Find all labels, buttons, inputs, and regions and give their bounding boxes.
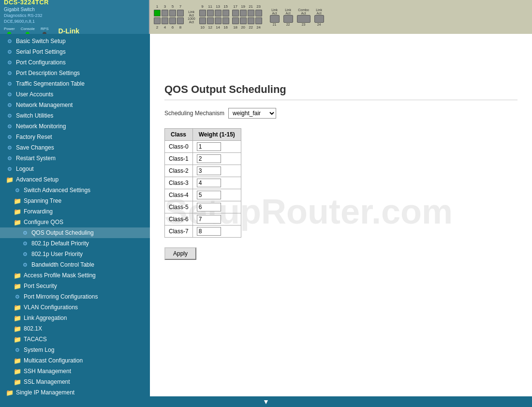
weight-input-3[interactable] [197,179,221,187]
sidebar-item-configure-qos[interactable]: 📁Configure QOS [0,217,150,227]
sidebar-item-port-configurations[interactable]: ⚙Port Configurations [0,57,150,68]
col-class: Class [165,129,193,141]
sidebar-label-single-ip-management: Single IP Management [16,389,74,396]
scheduling-select[interactable]: weight_fairstrict_priority [228,108,276,119]
device-ip: DCE,9600,n,8,1 [4,19,79,24]
weight-input-6[interactable] [197,215,221,224]
link-act-1: LinkAct 1000 Act [188,10,195,24]
page-icon: ⚙ [6,144,14,151]
sidebar-item-logout[interactable]: ⚙Logout [0,164,150,174]
port-nums-bot-17-24: 18 20 22 24 [232,25,262,30]
sidebar-item-802-1p-user-priority[interactable]: ⚙802.1p User Priority [0,249,150,259]
page-icon: ⚙ [6,122,14,130]
bottom-bar: ▼ [0,396,532,407]
class-cell-6: Class-6 [165,213,193,226]
sidebar-item-forwarding[interactable]: 📁Forwarding [0,206,150,217]
sidebar-label-switch-utilities: Switch Utilities [16,112,53,119]
sidebar-item-qos-output-scheduling[interactable]: ⚙QOS Output Scheduling [0,227,150,238]
sidebar-item-network-monitoring[interactable]: ⚙Network Monitoring [0,121,150,132]
weight-input-0[interactable] [197,142,221,151]
table-row: Class-7 [165,226,241,238]
sidebar-item-user-accounts[interactable]: ⚙User Accounts [0,89,150,100]
sidebar-label-port-security: Port Security [24,283,57,289]
port-23 [255,10,262,16]
page-icon: ⚙ [21,250,29,258]
port-7 [177,10,184,16]
link-port-24: Link Act 24 [314,8,324,26]
sidebar-item-advanced-setup[interactable]: 📁Advanced Setup [0,174,150,185]
sidebar-item-switch-utilities[interactable]: ⚙Switch Utilities [0,110,150,121]
sidebar-item-port-security[interactable]: 📁Port Security [0,281,150,291]
sidebar-item-access-profile-mask-setting[interactable]: 📁Access Profile Mask Setting [0,270,150,281]
sidebar-label-user-accounts: User Accounts [16,91,53,98]
port-9 [199,10,206,16]
main-layout: ⚙Basic Switch Setup⚙Serial Port Settings… [0,34,532,396]
table-row: Class-0 [165,141,241,153]
port-nums-top-1-8: 1 3 5 7 [154,4,184,9]
sidebar-label-factory-reset: Factory Reset [16,134,52,140]
sidebar-item-spanning-tree[interactable]: 📁Spanning Tree [0,196,150,206]
weight-cell-3 [192,177,241,189]
weight-input-4[interactable] [197,191,221,199]
sidebar-item-network-management[interactable]: ⚙Network Management [0,100,150,110]
sidebar-item-single-ip-management[interactable]: 📁Single IP Management [0,387,150,396]
port-18 [232,17,239,24]
port-20 [240,17,247,24]
page-icon: ⚙ [21,240,29,247]
class-cell-5: Class-5 [165,201,193,213]
port-19 [240,10,247,16]
folder-icon: 📁 [14,357,21,364]
sidebar-item-multicast-configuration[interactable]: 📁Multicast Configuration [0,355,150,366]
sidebar-item-vlan-configurations[interactable]: 📁VLAN Configurations [0,302,150,313]
scroll-down-icon[interactable]: ▼ [263,398,269,406]
folder-icon: 📁 [14,335,21,343]
sidebar-label-advanced-setup: Advanced Setup [16,176,59,183]
port-21 [248,10,254,16]
port-group-1-8: 1 3 5 7 2 4 6 8 [154,4,184,30]
sidebar-item-traffic-segmentation-table[interactable]: ⚙Traffic Segmentation Table [0,78,150,89]
sidebar-label-restart-system: Restart System [16,155,56,162]
weight-cell-6 [192,213,241,226]
sidebar-item-factory-reset[interactable]: ⚙Factory Reset [0,132,150,142]
sidebar-item-802-1p-default-priority[interactable]: ⚙802.1p Default Priority [0,238,150,249]
sidebar-item-restart-system[interactable]: ⚙Restart System [0,153,150,164]
sidebar-item-tacacs[interactable]: 📁TACACS [0,334,150,345]
sidebar-item-port-mirroring-configurations[interactable]: ⚙Port Mirroring Configurations [0,291,150,302]
sidebar-item-basic-switch-setup[interactable]: ⚙Basic Switch Setup [0,36,150,46]
port-boxes-bot-1-8 [154,17,184,24]
port-boxes-bot-9-16 [199,17,229,24]
table-row: Class-4 [165,189,241,201]
port-1 [154,10,161,16]
weight-input-2[interactable] [197,166,221,175]
sidebar-item-ssh-management[interactable]: 📁SSH Management [0,366,150,377]
port-6 [169,17,176,24]
weight-cell-2 [192,165,241,177]
sidebar-item-bandwidth-control-table[interactable]: ⚙Bandwidth Control Table [0,259,150,270]
sidebar-label-802-1x: 802.1X [24,325,42,332]
sidebar-label-port-configurations: Port Configurations [16,59,66,66]
sidebar-label-802-1p-user-priority: 802.1p User Priority [31,251,83,257]
page-icon: ⚙ [6,165,14,173]
sidebar-item-link-aggregation[interactable]: 📁Link Aggregation [0,313,150,323]
port-2 [154,17,161,24]
sidebar-label-ssl-management: SSL Management [24,378,70,385]
weight-cell-4 [192,189,241,201]
page-icon: ⚙ [6,37,14,45]
sidebar-item-serial-port-settings[interactable]: ⚙Serial Port Settings [0,46,150,57]
weight-input-7[interactable] [197,227,221,236]
weight-input-1[interactable] [197,154,221,163]
console-label: Console [21,27,35,31]
sidebar-item-802-1x[interactable]: 📁802.1X [0,323,150,334]
port-11 [207,10,214,16]
weight-input-5[interactable] [197,203,221,211]
sidebar-item-save-changes[interactable]: ⚙Save Changes [0,142,150,153]
page-icon: ⚙ [14,346,21,354]
apply-button[interactable]: Apply [164,247,196,260]
table-row: Class-2 [165,165,241,177]
sidebar-item-port-description-settings[interactable]: ⚙Port Description Settings [0,68,150,78]
sidebar-item-switch-advanced-settings[interactable]: ⚙Switch Advanced Settings [0,185,150,196]
sidebar-item-system-log[interactable]: ⚙System Log [0,345,150,355]
port-nums-top-17-24: 17 19 21 23 [232,4,262,9]
port-5 [169,10,176,16]
sidebar-item-ssl-management[interactable]: 📁SSL Management [0,377,150,387]
